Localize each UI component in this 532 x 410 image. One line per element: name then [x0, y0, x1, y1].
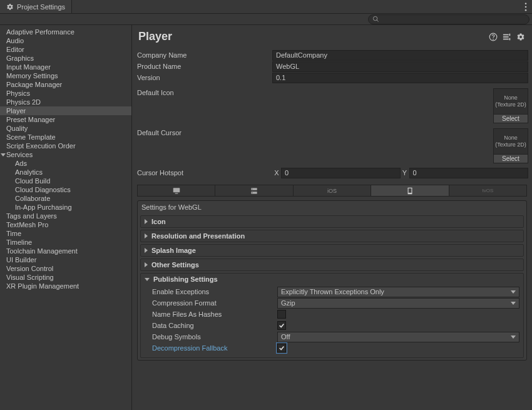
product-name-label: Product Name [136, 63, 272, 70]
chevron-down-icon [145, 278, 150, 281]
sidebar-item-quality[interactable]: Quality [0, 124, 131, 133]
sidebar-item-toolchain[interactable]: Toolchain Management [0, 247, 131, 255]
sidebar-item-preset-manager[interactable]: Preset Manager [0, 115, 131, 124]
sidebar-item-tags-layers[interactable]: Tags and Layers [0, 212, 131, 220]
window-menu-button[interactable] [519, 0, 532, 13]
hotspot-y-input[interactable] [409, 168, 529, 178]
webgl-icon [406, 187, 414, 195]
chevron-down-icon [511, 336, 516, 339]
search-input[interactable] [382, 16, 525, 23]
search-box[interactable] [368, 14, 529, 24]
sidebar-item-scene-template[interactable]: Scene Template [0, 133, 131, 141]
sidebar-item-time[interactable]: Time [0, 229, 131, 238]
sidebar-item-timeline[interactable]: Timeline [0, 238, 131, 247]
platform-tab-server[interactable] [215, 185, 293, 197]
svg-rect-12 [509, 38, 511, 40]
company-name-label: Company Name [136, 51, 272, 59]
svg-rect-20 [409, 188, 412, 192]
svg-marker-5 [1, 153, 6, 156]
fold-other[interactable]: Other Settings [141, 259, 523, 270]
preset-button[interactable] [502, 32, 512, 42]
sidebar-item-analytics[interactable]: Analytics [0, 168, 131, 177]
platform-tab-webgl[interactable] [371, 185, 449, 197]
hotspot-x-label: X [272, 169, 281, 177]
sidebar-item-visual-scripting[interactable]: Visual Scripting [0, 273, 131, 282]
fold-title: Resolution and Presentation [151, 232, 245, 240]
platform-tab-tvos[interactable]: tvOS [449, 185, 527, 197]
platform-tab-standalone[interactable] [137, 185, 215, 197]
product-name-input[interactable] [272, 61, 528, 72]
default-icon-label: Default Icon [136, 88, 272, 96]
svg-point-3 [373, 16, 377, 20]
default-cursor-select-button[interactable]: Select [493, 155, 528, 163]
compression-dropdown[interactable]: Gzip [277, 298, 519, 309]
name-files-checkbox[interactable] [277, 310, 286, 319]
decompression-checkbox[interactable] [277, 344, 286, 352]
debug-symbols-label: Debug Symbols [152, 333, 277, 341]
fold-title: Splash Image [151, 247, 196, 254]
data-caching-checkbox[interactable] [277, 321, 286, 330]
svg-line-4 [377, 20, 379, 22]
chevron-down-icon [0, 151, 6, 158]
sidebar-item-physics-2d[interactable]: Physics 2D [0, 98, 131, 106]
sidebar-item-version-control[interactable]: Version Control [0, 264, 131, 273]
chevron-right-icon [145, 248, 148, 253]
sidebar-item-memory-settings[interactable]: Memory Settings [0, 71, 131, 80]
sidebar-item-input-manager[interactable]: Input Manager [0, 63, 131, 71]
chevron-right-icon [145, 233, 148, 238]
settings-button[interactable] [516, 32, 526, 42]
asset-type-text: (Texture 2D) [495, 141, 526, 148]
sidebar-item-services[interactable]: Services [0, 150, 131, 159]
search-icon [372, 16, 379, 23]
platform-tab-label: iOS [327, 188, 337, 194]
titlebar: Project Settings [0, 0, 532, 14]
sidebar-item-textmesh-pro[interactable]: TextMesh Pro [0, 220, 131, 229]
sidebar-item-player[interactable]: Player [0, 106, 131, 115]
sidebar-item-graphics[interactable]: Graphics [0, 54, 131, 63]
default-icon-preview[interactable]: None (Texture 2D) [493, 88, 528, 115]
sidebar-item-audio[interactable]: Audio [0, 36, 131, 45]
fold-publishing[interactable]: Publishing Settings [141, 274, 523, 285]
fold-splash[interactable]: Splash Image [141, 245, 523, 256]
gear-icon [6, 3, 14, 11]
sidebar-item-adaptive-performance[interactable]: Adaptive Performance [0, 28, 131, 36]
server-icon [250, 187, 258, 195]
platform-tab-ios[interactable]: iOS [294, 185, 371, 197]
enable-exceptions-label: Enable Exceptions [152, 288, 277, 295]
search-row [0, 14, 532, 25]
default-cursor-preview[interactable]: None (Texture 2D) [493, 128, 528, 155]
sidebar-item-editor[interactable]: Editor [0, 45, 131, 54]
compression-label: Compression Format [152, 299, 277, 307]
sidebar-item-script-execution-order[interactable]: Script Execution Order [0, 141, 131, 150]
debug-symbols-dropdown[interactable]: Off [277, 332, 519, 342]
svg-rect-11 [509, 33, 511, 36]
sidebar-item-xr-plugin[interactable]: XR Plugin Management [0, 282, 131, 290]
sidebar-item-cloud-diagnostics[interactable]: Cloud Diagnostics [0, 185, 131, 194]
hotspot-x-input[interactable] [281, 168, 401, 178]
company-name-input[interactable] [272, 50, 528, 61]
hotspot-y-label: Y [401, 169, 409, 177]
sidebar-item-package-manager[interactable]: Package Manager [0, 80, 131, 89]
svg-point-2 [525, 9, 527, 11]
sidebar: Adaptive Performance Audio Editor Graphi… [0, 25, 132, 410]
sidebar-item-label: Services [6, 151, 33, 158]
sidebar-item-iap[interactable]: In-App Purchasing [0, 203, 131, 212]
settings-heading: Settings for WebGL [138, 201, 526, 213]
sidebar-item-ads[interactable]: Ads [0, 159, 131, 168]
sidebar-item-collaborate[interactable]: Collaborate [0, 194, 131, 203]
default-cursor-label: Default Cursor [136, 128, 272, 136]
sidebar-item-physics[interactable]: Physics [0, 89, 131, 98]
default-icon-select-button[interactable]: Select [493, 115, 528, 123]
version-input[interactable] [272, 73, 528, 83]
sidebar-item-ui-builder[interactable]: UI Builder [0, 255, 131, 264]
asset-type-text: (Texture 2D) [495, 101, 526, 108]
svg-rect-13 [173, 188, 180, 192]
window-tab[interactable]: Project Settings [0, 0, 72, 13]
enable-exceptions-dropdown[interactable]: Explicitly Thrown Exceptions Only [277, 287, 519, 297]
chevron-down-icon [511, 302, 516, 305]
fold-resolution[interactable]: Resolution and Presentation [141, 230, 523, 242]
sidebar-item-cloud-build[interactable]: Cloud Build [0, 177, 131, 185]
fold-icon[interactable]: Icon [141, 216, 523, 227]
help-button[interactable] [488, 32, 498, 42]
svg-rect-9 [503, 36, 509, 38]
